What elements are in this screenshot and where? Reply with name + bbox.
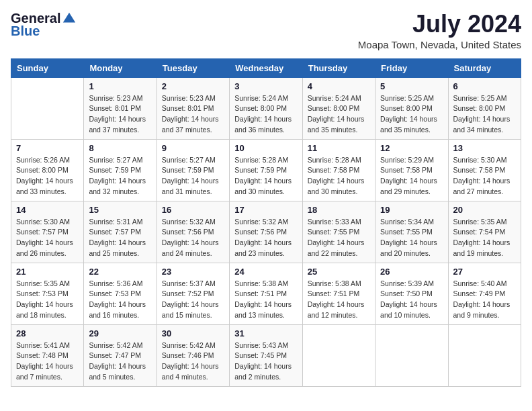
calendar-cell: 25Sunrise: 5:38 AMSunset: 7:51 PMDayligh… [302,263,375,324]
calendar-cell: 13Sunrise: 5:30 AMSunset: 7:58 PMDayligh… [448,139,521,201]
day-info: Sunrise: 5:24 AMSunset: 8:00 PMDaylight:… [234,93,297,136]
day-info: Sunrise: 5:38 AMSunset: 7:51 PMDaylight:… [308,279,370,321]
calendar-cell: 14Sunrise: 5:30 AMSunset: 7:57 PMDayligh… [11,201,84,263]
day-number: 19 [380,205,443,215]
calendar-cell [302,324,375,386]
day-info: Sunrise: 5:25 AMSunset: 8:00 PMDaylight:… [453,93,516,136]
day-number: 25 [308,267,370,277]
calendar-week-row: 7Sunrise: 5:26 AMSunset: 8:00 PMDaylight… [11,139,521,201]
day-info: Sunrise: 5:31 AMSunset: 7:57 PMDaylight:… [89,217,151,259]
logo: General Blue [11,11,77,39]
day-number: 15 [89,205,151,215]
day-number: 17 [234,205,297,215]
day-number: 24 [234,267,297,277]
day-info: Sunrise: 5:41 AMSunset: 7:48 PMDaylight:… [16,340,79,383]
column-header-saturday: Saturday [448,58,521,77]
calendar-week-row: 14Sunrise: 5:30 AMSunset: 7:57 PMDayligh… [11,201,521,263]
calendar-cell: 10Sunrise: 5:28 AMSunset: 7:59 PMDayligh… [230,139,302,201]
day-number: 20 [453,205,516,215]
day-number: 9 [162,143,224,153]
day-number: 11 [308,143,370,153]
logo-icon [62,11,77,26]
day-info: Sunrise: 5:24 AMSunset: 8:00 PMDaylight:… [308,93,370,136]
day-info: Sunrise: 5:32 AMSunset: 7:56 PMDaylight:… [162,217,224,259]
calendar-cell: 11Sunrise: 5:28 AMSunset: 7:58 PMDayligh… [302,139,375,201]
calendar-cell: 18Sunrise: 5:33 AMSunset: 7:55 PMDayligh… [302,201,375,263]
day-info: Sunrise: 5:37 AMSunset: 7:52 PMDaylight:… [162,279,224,321]
calendar-cell: 26Sunrise: 5:39 AMSunset: 7:50 PMDayligh… [375,263,448,324]
column-header-tuesday: Tuesday [157,58,229,77]
calendar-cell: 5Sunrise: 5:25 AMSunset: 8:00 PMDaylight… [375,77,448,139]
day-info: Sunrise: 5:36 AMSunset: 7:53 PMDaylight:… [89,279,151,321]
day-number: 13 [453,143,516,153]
calendar-cell: 31Sunrise: 5:43 AMSunset: 7:45 PMDayligh… [230,324,302,386]
calendar-cell [448,324,521,386]
calendar-cell: 30Sunrise: 5:42 AMSunset: 7:46 PMDayligh… [157,324,229,386]
calendar-week-row: 28Sunrise: 5:41 AMSunset: 7:48 PMDayligh… [11,324,521,386]
calendar-cell: 9Sunrise: 5:27 AMSunset: 7:59 PMDaylight… [157,139,229,201]
day-number: 14 [16,205,79,215]
calendar-cell: 1Sunrise: 5:23 AMSunset: 8:01 PMDaylight… [84,77,157,139]
calendar-cell: 29Sunrise: 5:42 AMSunset: 7:47 PMDayligh… [84,324,157,386]
calendar-cell: 6Sunrise: 5:25 AMSunset: 8:00 PMDaylight… [448,77,521,139]
column-header-sunday: Sunday [11,58,84,77]
day-number: 29 [89,328,151,338]
page-header: General Blue July 2024 Moapa Town, Nevad… [11,11,521,50]
day-info: Sunrise: 5:35 AMSunset: 7:53 PMDaylight:… [16,279,79,321]
day-number: 31 [234,328,297,338]
day-info: Sunrise: 5:43 AMSunset: 7:45 PMDaylight:… [234,340,297,383]
svg-marker-0 [63,12,75,22]
day-info: Sunrise: 5:23 AMSunset: 8:01 PMDaylight:… [89,93,151,136]
day-info: Sunrise: 5:40 AMSunset: 7:49 PMDaylight:… [453,279,516,321]
calendar-cell [375,324,448,386]
day-info: Sunrise: 5:29 AMSunset: 7:58 PMDaylight:… [380,155,443,197]
day-info: Sunrise: 5:27 AMSunset: 7:59 PMDaylight:… [162,155,224,197]
calendar-cell: 17Sunrise: 5:32 AMSunset: 7:56 PMDayligh… [230,201,302,263]
day-number: 22 [89,267,151,277]
day-info: Sunrise: 5:34 AMSunset: 7:55 PMDaylight:… [380,217,443,259]
calendar-cell: 4Sunrise: 5:24 AMSunset: 8:00 PMDaylight… [302,77,375,139]
day-info: Sunrise: 5:28 AMSunset: 7:59 PMDaylight:… [234,155,297,197]
header-row: SundayMondayTuesdayWednesdayThursdayFrid… [11,58,521,77]
calendar-cell: 22Sunrise: 5:36 AMSunset: 7:53 PMDayligh… [84,263,157,324]
day-number: 7 [16,143,79,153]
day-info: Sunrise: 5:26 AMSunset: 8:00 PMDaylight:… [16,155,79,197]
day-number: 23 [162,267,224,277]
title-block: July 2024 Moapa Town, Nevada, United Sta… [358,11,521,50]
day-number: 27 [453,267,516,277]
calendar-cell: 8Sunrise: 5:27 AMSunset: 7:59 PMDaylight… [84,139,157,201]
calendar-cell: 19Sunrise: 5:34 AMSunset: 7:55 PMDayligh… [375,201,448,263]
day-info: Sunrise: 5:27 AMSunset: 7:59 PMDaylight:… [89,155,151,197]
day-number: 2 [162,81,224,91]
day-number: 8 [89,143,151,153]
day-number: 16 [162,205,224,215]
day-number: 10 [234,143,297,153]
day-info: Sunrise: 5:23 AMSunset: 8:01 PMDaylight:… [162,93,224,136]
day-number: 5 [380,81,443,91]
calendar-cell: 3Sunrise: 5:24 AMSunset: 8:00 PMDaylight… [230,77,302,139]
calendar-cell: 23Sunrise: 5:37 AMSunset: 7:52 PMDayligh… [157,263,229,324]
day-number: 18 [308,205,370,215]
day-info: Sunrise: 5:25 AMSunset: 8:00 PMDaylight:… [380,93,443,136]
day-number: 26 [380,267,443,277]
day-number: 6 [453,81,516,91]
day-number: 28 [16,328,79,338]
calendar-cell: 20Sunrise: 5:35 AMSunset: 7:54 PMDayligh… [448,201,521,263]
column-header-thursday: Thursday [302,58,375,77]
calendar-cell: 16Sunrise: 5:32 AMSunset: 7:56 PMDayligh… [157,201,229,263]
column-header-wednesday: Wednesday [230,58,302,77]
day-info: Sunrise: 5:30 AMSunset: 7:58 PMDaylight:… [453,155,516,197]
day-info: Sunrise: 5:32 AMSunset: 7:56 PMDaylight:… [234,217,297,259]
calendar-title: July 2024 [358,11,521,38]
logo-blue: Blue [11,24,40,39]
calendar-cell: 12Sunrise: 5:29 AMSunset: 7:58 PMDayligh… [375,139,448,201]
calendar-table: SundayMondayTuesdayWednesdayThursdayFrid… [11,58,521,387]
day-number: 4 [308,81,370,91]
day-number: 21 [16,267,79,277]
calendar-week-row: 1Sunrise: 5:23 AMSunset: 8:01 PMDaylight… [11,77,521,139]
day-number: 1 [89,81,151,91]
column-header-monday: Monday [84,58,157,77]
day-number: 3 [234,81,297,91]
day-number: 30 [162,328,224,338]
day-number: 12 [380,143,443,153]
